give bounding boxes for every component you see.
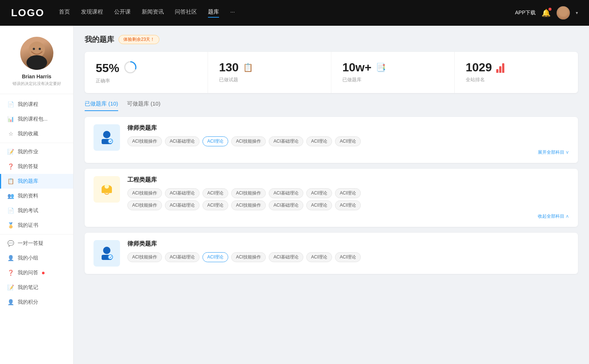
- divider-1: [0, 143, 73, 143]
- group-icon: 👤: [7, 255, 14, 261]
- page-wrapper: Brian Harris 错误的决定比没有决定要好 📄 我的课程 📊 我的课程包…: [0, 0, 589, 364]
- nav-bank[interactable]: 题库: [208, 8, 219, 18]
- bank-card-3: 律师类题库 ACI技能操作 ACI基础理论 ACI理论 ACI技能操作 ACI基…: [85, 233, 578, 274]
- tag-2-3[interactable]: ACI理论: [202, 188, 228, 198]
- sidebar-item-my-qa[interactable]: ❓ 我的问答: [0, 265, 73, 280]
- tag-3-3[interactable]: ACI理论: [202, 252, 228, 262]
- sidebar-item-courses[interactable]: 📄 我的课程: [0, 97, 73, 112]
- avatar[interactable]: [557, 6, 570, 19]
- tag-2-7[interactable]: ACI理论: [335, 188, 361, 198]
- tag-2-8[interactable]: ACI技能操作: [127, 200, 162, 210]
- bank-card-3-info: 律师类题库 ACI技能操作 ACI基础理论 ACI理论 ACI技能操作 ACI基…: [127, 240, 569, 264]
- tag-3-7[interactable]: ACI理论: [335, 252, 361, 262]
- tag-3-2[interactable]: ACI基础理论: [165, 252, 200, 262]
- bank-card-2-title: 工程类题库: [127, 176, 569, 184]
- tag-2-14[interactable]: ACI理论: [335, 200, 361, 210]
- app-download-button[interactable]: APP下载: [515, 10, 536, 16]
- tag-1-2[interactable]: ACI基础理论: [165, 136, 200, 146]
- sidebar-item-group[interactable]: 👤 我的小组: [0, 251, 73, 265]
- bank-card-3-inner: 律师类题库 ACI技能操作 ACI基础理论 ACI理论 ACI技能操作 ACI基…: [94, 240, 569, 267]
- sidebar-item-notes[interactable]: 📝 我的笔记: [0, 280, 73, 295]
- avatar-chevron[interactable]: ▾: [576, 10, 578, 15]
- nav-home[interactable]: 首页: [59, 8, 70, 18]
- sidebar-item-homework[interactable]: 📝 我的作业: [0, 144, 73, 159]
- svg-point-12: [103, 247, 110, 254]
- notification-dot: [549, 8, 551, 11]
- nav-open-course[interactable]: 公开课: [114, 8, 131, 18]
- svg-point-6: [103, 131, 110, 138]
- nav-news[interactable]: 新闻资讯: [142, 8, 164, 18]
- tab-done-banks[interactable]: 已做题库 (10): [85, 100, 118, 111]
- tag-2-6[interactable]: ACI理论: [306, 188, 332, 198]
- course-pack-icon: 📊: [7, 116, 14, 122]
- tag-2-2[interactable]: ACI基础理论: [165, 188, 200, 198]
- homework-icon: 📝: [7, 149, 14, 155]
- bank-card-2-info: 工程类题库 ACI技能操作 ACI基础理论 ACI理论 ACI技能操作 ACI基…: [127, 176, 569, 220]
- favorites-icon: ☆: [7, 131, 14, 137]
- tag-1-4[interactable]: ACI技能操作: [231, 136, 266, 146]
- trial-badge: 体验剩余23天！: [119, 35, 159, 44]
- tag-3-6[interactable]: ACI理论: [306, 252, 332, 262]
- rank-icon: [496, 63, 504, 73]
- tag-2-5[interactable]: ACI基础理论: [269, 188, 303, 198]
- sidebar-item-exam[interactable]: 📄 我的考试: [0, 203, 73, 218]
- navbar: LOGO 首页 发现课程 公开课 新闻资讯 问答社区 题库 ··· APP下载 …: [0, 0, 589, 26]
- svg-point-14: [108, 255, 113, 259]
- done-questions-icon: 📋: [243, 63, 253, 72]
- stat-rank-label: 全站排名: [466, 76, 567, 83]
- sidebar-item-qa[interactable]: ❓ 我的答疑: [0, 159, 73, 174]
- profile-avatar: [20, 37, 53, 70]
- tag-2-12[interactable]: ACI基础理论: [269, 200, 303, 210]
- tag-2-1[interactable]: ACI技能操作: [127, 188, 162, 198]
- cert-icon: 🏅: [7, 222, 14, 229]
- sidebar-item-bank[interactable]: 📋 我的题库: [0, 174, 73, 189]
- tag-1-1[interactable]: ACI技能操作: [127, 136, 162, 146]
- bank-card-1-expand[interactable]: 展开全部科目 ∨: [127, 149, 569, 156]
- stat-rank-top: 1029: [466, 61, 567, 74]
- sidebar-item-course-pack[interactable]: 📊 我的课程包...: [0, 112, 73, 126]
- nav-discover[interactable]: 发现课程: [81, 8, 103, 18]
- tag-2-9[interactable]: ACI基础理论: [165, 200, 200, 210]
- tag-2-10[interactable]: ACI理论: [202, 200, 228, 210]
- svg-point-2: [33, 48, 35, 50]
- stat-done-questions-top: 130 📋: [219, 61, 320, 74]
- sidebar-profile: Brian Harris 错误的决定比没有决定要好: [0, 33, 73, 94]
- svg-point-8: [108, 139, 113, 143]
- svg-point-3: [39, 48, 41, 50]
- tag-2-11[interactable]: ACI技能操作: [231, 200, 266, 210]
- profile-avatar-image: [20, 37, 53, 70]
- navbar-nav: 首页 发现课程 公开课 新闻资讯 问答社区 题库 ···: [59, 8, 515, 18]
- nav-more[interactable]: ···: [230, 8, 235, 18]
- navbar-right: APP下载 🔔 ▾: [515, 6, 578, 19]
- bank-card-2-collapse[interactable]: 收起全部科目 ∧: [127, 213, 569, 220]
- sidebar-item-points[interactable]: 👤 我的积分: [0, 295, 73, 310]
- title-row: 我的题库 体验剩余23天！: [85, 35, 578, 44]
- bank-card-1-info: 律师类题库 ACI技能操作 ACI基础理论 ACI理论 ACI技能操作 ACI基…: [127, 124, 569, 156]
- tabs-row: 已做题库 (10) 可做题库 (10): [85, 100, 578, 111]
- stats-row: 55% 正确率 130 📋 已做试题: [85, 52, 578, 93]
- page-title: 我的题库: [85, 35, 114, 44]
- tag-3-4[interactable]: ACI技能操作: [231, 252, 266, 262]
- nav-qa[interactable]: 问答社区: [175, 8, 197, 18]
- tag-3-1[interactable]: ACI技能操作: [127, 252, 162, 262]
- tag-2-4[interactable]: ACI技能操作: [231, 188, 266, 198]
- sidebar-item-profile[interactable]: 👥 我的资料: [0, 189, 73, 203]
- tag-3-5[interactable]: ACI基础理论: [269, 252, 303, 262]
- divider-2: [0, 234, 73, 235]
- tag-1-7[interactable]: ACI理论: [335, 136, 361, 146]
- stat-accuracy-label: 正确率: [96, 78, 197, 84]
- tag-1-3[interactable]: ACI理论: [202, 136, 228, 146]
- stat-done-banks-label: 已做题库: [342, 76, 443, 83]
- tag-1-6[interactable]: ACI理论: [306, 136, 332, 146]
- main-content: 我的题库 体验剩余23天！ 55% 正确率: [74, 26, 589, 364]
- sidebar-item-cert[interactable]: 🏅 我的证书: [0, 218, 73, 233]
- bank-card-3-title: 律师类题库: [127, 240, 569, 248]
- sidebar-item-favorites[interactable]: ☆ 我的收藏: [0, 126, 73, 141]
- notification-bell[interactable]: 🔔: [542, 8, 551, 17]
- tab-available-banks[interactable]: 可做题库 (10): [127, 100, 161, 111]
- tag-2-13[interactable]: ACI理论: [306, 200, 332, 210]
- bank-icon: 📋: [7, 178, 14, 185]
- sidebar-item-one-on-one[interactable]: 💬 一对一答疑: [0, 236, 73, 251]
- tag-1-5[interactable]: ACI基础理论: [269, 136, 303, 146]
- bank-card-2-tags-row2: ACI技能操作 ACI基础理论 ACI理论 ACI技能操作 ACI基础理论 AC…: [127, 200, 569, 210]
